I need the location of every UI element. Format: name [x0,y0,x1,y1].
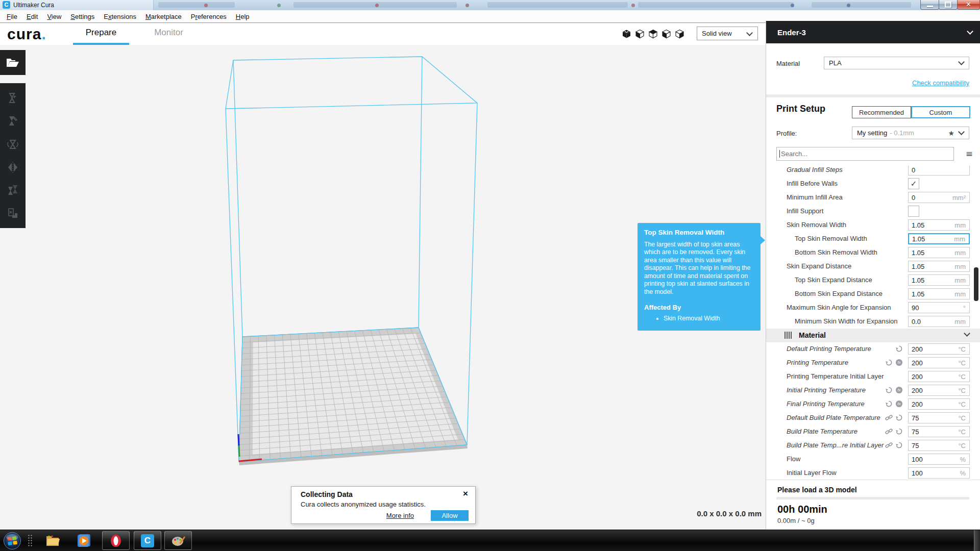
allow-button[interactable]: Allow [431,510,469,521]
dialog-close-icon[interactable]: × [463,489,468,499]
setting-row[interactable]: Top Skin Removal Width1.05mm [766,232,980,246]
setting-row[interactable]: Bottom Skin Expand Distance1.05mm [766,287,980,301]
view-3d-icon[interactable] [622,29,631,39]
move-tool-icon[interactable] [5,90,20,106]
setting-row[interactable]: Flow100% [766,453,980,466]
revert-icon[interactable] [895,441,903,449]
menu-preferences[interactable]: Preferences [186,13,231,20]
open-file-button[interactable] [0,50,26,75]
explorer-taskbar-icon[interactable] [45,533,61,549]
setting-row[interactable]: Skin Expand Distance1.05mm [766,260,980,273]
setting-row[interactable]: Gradual Infill Steps0 [766,166,980,177]
setting-row[interactable]: Top Skin Expand Distance1.05mm [766,273,980,287]
settings-category-material[interactable]: Material [766,329,980,342]
setting-row[interactable]: Infill Support [766,205,980,218]
profile-dropdown[interactable]: My setting - 0.1mm ★ [852,127,969,139]
view-front-icon[interactable] [635,29,645,39]
setting-value-input[interactable]: 0.0mm [908,316,970,327]
recommended-button[interactable]: Recommended [852,106,911,118]
setting-value-input[interactable]: 1.05mm [908,247,970,258]
setting-row[interactable]: Build Plate Temperature75°C [766,425,980,439]
opera-taskbar-button[interactable] [102,531,130,550]
minimize-button[interactable] [920,0,939,10]
show-desktop-button[interactable] [974,530,980,551]
menu-help[interactable]: Help [231,13,254,20]
setting-value-input[interactable]: 75°C [908,412,970,423]
media-player-taskbar-icon[interactable] [76,533,92,549]
setting-row[interactable]: Default Build Plate Temperature75°C [766,411,980,425]
setting-value-input[interactable]: 0 [908,166,970,176]
setting-row[interactable]: Bottom Skin Removal Width1.05mm [766,246,980,260]
setting-row[interactable]: Infill Before Walls✓ [766,177,980,191]
formula-icon[interactable]: fx [895,359,903,366]
setting-row[interactable]: Final Printing Temperaturefx200°C [766,397,980,411]
formula-icon[interactable]: fx [895,400,903,408]
setting-value-input[interactable]: 100% [908,467,970,479]
setting-value-input[interactable]: 75°C [908,440,970,451]
tab-prepare[interactable]: Prepare [60,28,142,38]
setting-value-input[interactable]: 75°C [908,426,970,437]
view-left-icon[interactable] [662,29,671,39]
setting-value-input[interactable]: 100% [908,454,970,465]
revert-icon[interactable] [885,386,893,394]
setting-value-input[interactable]: 1.05mm [908,288,970,299]
restore-button[interactable] [939,0,958,10]
setting-value-input[interactable]: 200°C [908,343,970,355]
revert-icon[interactable] [895,414,903,421]
scale-tool-icon[interactable] [5,113,20,129]
support-blocker-icon[interactable] [5,206,20,221]
menu-marketplace[interactable]: Marketplace [141,13,186,20]
menu-view[interactable]: View [42,13,66,20]
view-mode-dropdown[interactable]: Solid view [697,27,758,40]
formula-icon[interactable]: fx [895,386,903,394]
view-top-icon[interactable] [648,29,658,39]
rotate-tool-icon[interactable] [5,136,20,152]
setting-value-input[interactable]: 1.05mm [908,219,970,231]
setting-value-input[interactable]: 1.05mm [908,261,970,272]
settings-menu-icon[interactable]: ≡ [966,148,973,159]
setting-value-input[interactable]: 200°C [908,385,970,396]
setting-row[interactable]: Minimum Skin Width for Expansion0.0mm [766,315,980,329]
setting-value-input[interactable]: 200°C [908,371,970,382]
close-button[interactable]: ✕ [957,0,980,10]
material-dropdown[interactable]: PLA [824,57,969,69]
check-compatibility-link[interactable]: Check compatibility [912,79,969,87]
search-input[interactable]: Search... [776,147,954,161]
setting-row[interactable]: Printing Temperaturefx200°C [766,356,980,370]
menu-extensions[interactable]: Extensions [99,13,141,20]
view-right-icon[interactable] [675,29,684,39]
setting-value-input[interactable]: 1.05mm [908,274,970,286]
revert-icon[interactable] [895,428,903,435]
setting-row[interactable]: Default Printing Temperature200°C [766,342,980,356]
menu-edit[interactable]: Edit [22,13,42,20]
setting-value-input[interactable]: 1.05mm [908,233,970,244]
revert-icon[interactable] [885,359,893,366]
setting-checkbox[interactable] [908,206,919,217]
setting-row[interactable]: Initial Layer Flow100% [766,466,980,480]
per-model-settings-icon[interactable] [5,183,20,198]
menu-settings[interactable]: Settings [66,13,99,20]
3d-viewport[interactable]: Top Skin Removal Width The largest width… [0,45,766,530]
setting-row[interactable]: Maximum Skin Angle for Expansion90° [766,301,980,315]
setting-row[interactable]: Build Plate Temp...re Initial Layer75°C [766,439,980,453]
setting-row[interactable]: Initial Printing Temperaturefx200°C [766,384,980,397]
tab-monitor[interactable]: Monitor [144,28,193,38]
setting-value-input[interactable]: 0mm² [908,192,970,203]
paint-taskbar-button[interactable] [164,531,192,550]
setting-value-input[interactable]: 200°C [908,398,970,410]
mirror-tool-icon[interactable] [5,160,20,175]
settings-scrollbar-thumb[interactable] [974,267,978,301]
start-button[interactable] [3,532,21,550]
machine-selector[interactable]: Ender-3 [766,21,980,43]
setting-row[interactable]: Printing Temperature Initial Layer200°C [766,370,980,384]
revert-icon[interactable] [885,400,893,408]
setting-value-input[interactable]: 90° [908,302,970,313]
setting-value-input[interactable]: 200°C [908,357,970,368]
more-info-link[interactable]: More info [386,512,414,519]
revert-icon[interactable] [895,345,903,353]
setting-row[interactable]: Skin Removal Width1.05mm [766,218,980,232]
cura-taskbar-button[interactable]: C [134,531,161,550]
custom-button[interactable]: Custom [911,106,970,118]
menu-file[interactable]: File [2,13,22,20]
setting-checkbox[interactable]: ✓ [908,178,919,189]
